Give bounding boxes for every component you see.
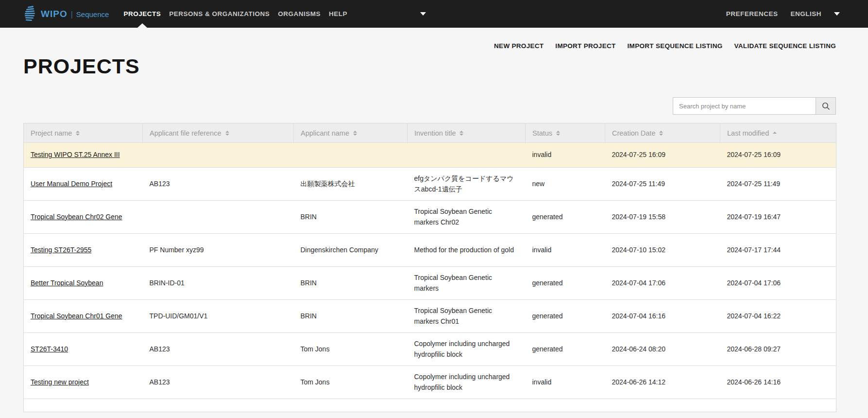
logo-wipo-text: WIPO <box>41 9 68 19</box>
cell-project-name: Better Tropical Soybean <box>24 267 143 300</box>
cell-invention-title <box>408 143 526 168</box>
nav-item-organisms[interactable]: ORGANISMS <box>278 0 321 28</box>
cell-applicant-file-reference: AB123 <box>143 366 294 399</box>
nav-item-projects[interactable]: PROJECTS <box>123 0 161 28</box>
project-name-link[interactable]: ST26T-3410 <box>31 345 68 353</box>
column-header-applicant-file-reference[interactable]: Applicant file reference <box>143 123 294 143</box>
main-content: NEW PROJECTIMPORT PROJECTIMPORT SEQUENCE… <box>0 42 868 412</box>
search-box <box>673 97 836 115</box>
cell-last-modified: 2024-07-17 17:44 <box>720 234 836 267</box>
table-row: ST26T-3410AB123Tom JonsCopolymer includi… <box>24 333 836 366</box>
sort-icon[interactable] <box>225 131 229 136</box>
column-header-creation-date[interactable]: Creation Date <box>605 123 720 143</box>
table-row: Testing WIPO ST.25 Annex IIIinvalid2024-… <box>24 143 836 168</box>
sort-icon[interactable] <box>659 131 663 136</box>
cell-status: invalid <box>526 143 605 168</box>
project-name-link[interactable]: Tropical Soybean Chr02 Gene <box>31 213 122 221</box>
chevron-down-icon[interactable] <box>420 12 426 16</box>
nav-item-help[interactable]: HELP <box>329 0 347 28</box>
search-icon <box>822 102 830 110</box>
cell-applicant-name: Tom Jons <box>294 333 408 366</box>
sort-icon[interactable] <box>76 131 80 136</box>
cell-creation-date: 2024-07-04 17:06 <box>605 267 720 300</box>
cell-project-name: Testing ST26T-2955 <box>24 234 143 267</box>
column-header-label: Creation Date <box>612 129 655 137</box>
project-name-link[interactable]: Better Tropical Soybean <box>31 279 103 287</box>
project-name-link[interactable]: Tropical Soybean Chr01 Gene <box>31 312 122 320</box>
project-name-link[interactable]: Testing WIPO ST.25 Annex III <box>31 151 120 158</box>
sort-icon[interactable] <box>556 131 560 136</box>
page-title: PROJECTS <box>23 54 836 78</box>
navbar: WIPO | Sequence PROJECTSPERSONS & ORGANI… <box>0 0 868 28</box>
preferences-link[interactable]: PREFERENCES <box>726 10 778 17</box>
cell-applicant-name: Tom Jons <box>294 366 408 399</box>
table-body: Testing WIPO ST.25 Annex IIIinvalid2024-… <box>24 143 836 412</box>
cell-invention-title: Tropical Soybean Genetic markers Chr01 <box>408 300 526 333</box>
new-project-button[interactable]: NEW PROJECT <box>494 42 544 51</box>
import-project-button[interactable]: IMPORT PROJECT <box>555 42 615 51</box>
cell-status: generated <box>526 333 605 366</box>
project-name-link[interactable]: Testing ST26T-2955 <box>31 246 91 254</box>
cell-status: generated <box>526 300 605 333</box>
toolbar: NEW PROJECTIMPORT PROJECTIMPORT SEQUENCE… <box>23 42 836 51</box>
cell-status: invalid <box>526 366 605 399</box>
wipo-logo-icon <box>23 6 35 22</box>
cell-creation-date: 2024-07-19 15:58 <box>605 201 720 234</box>
cell-invention-title: Copolymer including uncharged hydropfili… <box>408 366 526 399</box>
cell-applicant-name: Dingenskirchen Company <box>294 234 408 267</box>
chevron-down-icon[interactable] <box>834 12 840 16</box>
table-row: User Manual Demo ProjectAB123出願製薬株式会社efg… <box>24 168 836 201</box>
column-header-label: Applicant file reference <box>150 129 221 137</box>
column-header-label: Project name <box>31 129 72 137</box>
cell-last-modified: 2024-07-25 11:49 <box>720 168 836 201</box>
validate-sequence-listing-button[interactable]: VALIDATE SEQUENCE LISTING <box>734 42 836 51</box>
table-row: Tropical Soybean Chr01 GeneTPD-UID/GM01/… <box>24 300 836 333</box>
cell-invention-title: Tropical Soybean Genetic markers <box>408 267 526 300</box>
navbar-menu: PROJECTSPERSONS & ORGANIZATIONSORGANISMS… <box>123 0 347 28</box>
search-row <box>23 97 836 115</box>
import-sequence-listing-button[interactable]: IMPORT SEQUENCE LISTING <box>628 42 723 51</box>
cell-project-name: User Manual Demo Project <box>24 168 143 201</box>
cell-invention-title: Copolymer including uncharged hydropfili… <box>408 333 526 366</box>
cell-project-name: ST26T-3410 <box>24 333 143 366</box>
cell-applicant-file-reference: AB123 <box>143 168 294 201</box>
column-header-label: Last modified <box>727 129 769 137</box>
cell-project-name: Tropical Soybean Chr02 Gene <box>24 201 143 234</box>
table-header-row: Project nameApplicant file referenceAppl… <box>24 123 836 143</box>
sort-icon[interactable] <box>460 131 463 136</box>
cell-invention-title: efgタンパク質をコードするマウスabcd-1遺伝子 <box>408 168 526 201</box>
cell-applicant-file-reference: BRIN-ID-01 <box>143 267 294 300</box>
search-button[interactable] <box>816 98 835 114</box>
cell-project-name: Testing WIPO ST.25 Annex III <box>24 143 143 168</box>
language-selector[interactable]: ENGLISH <box>790 10 821 17</box>
cell-last-modified: 2024-07-25 16:09 <box>720 143 836 168</box>
cell-creation-date: 2024-07-10 15:02 <box>605 234 720 267</box>
nav-item-persons-organizations[interactable]: PERSONS & ORGANIZATIONS <box>169 0 270 28</box>
cell-applicant-name: 出願製薬株式会社 <box>294 168 408 201</box>
sort-asc-icon[interactable] <box>773 132 777 135</box>
column-header-status[interactable]: Status <box>526 123 605 143</box>
column-header-last-modified[interactable]: Last modified <box>720 123 836 143</box>
cell-applicant-name <box>294 143 408 168</box>
search-input[interactable] <box>673 98 816 114</box>
cell-creation-date: 2024-07-04 16:16 <box>605 300 720 333</box>
cell-last-modified: 2024-07-19 16:47 <box>720 201 836 234</box>
column-header-project-name[interactable]: Project name <box>24 123 143 143</box>
column-header-label: Applicant name <box>301 129 349 137</box>
cell-status: invalid <box>526 234 605 267</box>
projects-table: Project nameApplicant file referenceAppl… <box>23 123 836 412</box>
wipo-logo: WIPO | Sequence <box>23 6 109 22</box>
table-row-partial <box>24 399 836 412</box>
projects-table-wrap: Project nameApplicant file referenceAppl… <box>23 123 836 412</box>
cell-last-modified: 2024-07-04 17:06 <box>720 267 836 300</box>
column-header-applicant-name[interactable]: Applicant name <box>294 123 408 143</box>
cell-creation-date: 2024-07-25 16:09 <box>605 143 720 168</box>
project-name-link[interactable]: Testing new project <box>31 378 89 386</box>
project-name-link[interactable]: User Manual Demo Project <box>31 180 112 188</box>
column-header-invention-title[interactable]: Invention title <box>408 123 526 143</box>
cell-status: generated <box>526 267 605 300</box>
table-row: Tropical Soybean Chr02 GeneBRINTropical … <box>24 201 836 234</box>
cell-applicant-file-reference <box>143 201 294 234</box>
sort-icon[interactable] <box>353 131 357 136</box>
cell-empty <box>24 399 836 412</box>
